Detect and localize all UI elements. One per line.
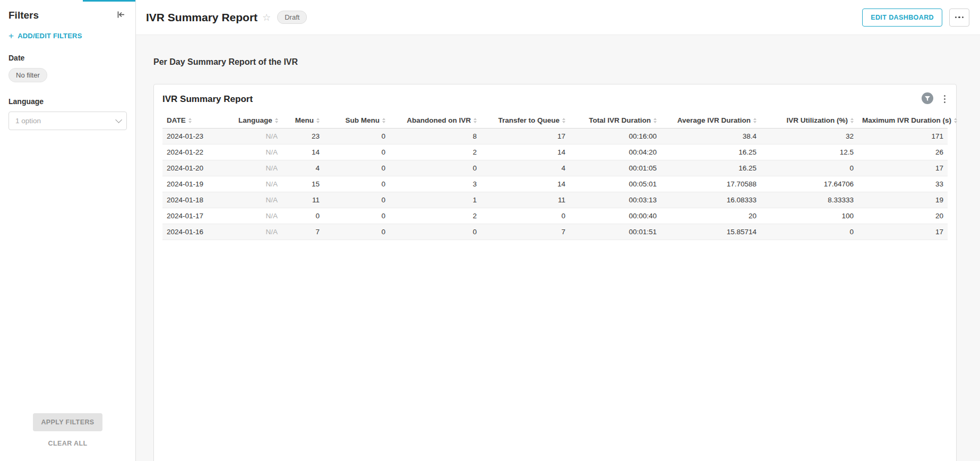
- table-cell: 14: [481, 176, 570, 192]
- more-options-button[interactable]: [949, 8, 969, 27]
- column-label: DATE: [167, 116, 186, 124]
- table-cell: N/A: [234, 160, 282, 176]
- column-label: IVR Utilization (%): [787, 116, 848, 124]
- applied-filters-button[interactable]: [922, 92, 933, 106]
- column-header-language[interactable]: Language: [234, 113, 282, 129]
- chart-menu-button[interactable]: [942, 93, 948, 105]
- table-cell: 33: [858, 176, 948, 192]
- column-label: Sub Menu: [346, 116, 380, 124]
- column-header-total-ivr-duration[interactable]: Total IVR Duration: [570, 113, 661, 129]
- filters-title: Filters: [8, 10, 39, 21]
- ivr-summary-table: DATELanguageMenuSub MenuAbandoned on IVR…: [162, 113, 948, 240]
- sort-carets-icon: [753, 118, 757, 123]
- table-cell: 14: [282, 144, 324, 160]
- table-cell: 2024-01-19: [162, 176, 234, 192]
- language-select[interactable]: 1 option: [8, 112, 127, 130]
- sort-carets-icon: [474, 118, 477, 123]
- table-cell: 00:05:01: [570, 176, 661, 192]
- table-cell: 0: [390, 224, 481, 240]
- language-select-value: 1 option: [15, 117, 41, 125]
- favorite-star-icon[interactable]: ☆: [262, 13, 271, 22]
- column-header-abandoned-on-ivr[interactable]: Abandoned on IVR: [390, 113, 481, 129]
- table-cell: 0: [761, 224, 858, 240]
- table-cell: 0: [324, 224, 390, 240]
- table-cell: 17: [481, 129, 570, 144]
- table-row: 2024-01-19N/A15031400:05:0117.7058817.64…: [162, 176, 948, 192]
- column-header-ivr-utilization[interactable]: IVR Utilization (%): [761, 113, 858, 129]
- filters-footer: APPLY FILTERS CLEAR ALL: [0, 413, 135, 461]
- column-header-average-ivr-duration[interactable]: Average IVR Duration: [661, 113, 761, 129]
- table-cell: 32: [761, 129, 858, 144]
- column-label: Maximum IVR Duration (s): [862, 116, 951, 124]
- sort-carets-icon: [654, 118, 657, 123]
- table-cell: 17.64706: [761, 176, 858, 192]
- table-cell: 0: [324, 144, 390, 160]
- table-cell: N/A: [234, 144, 282, 160]
- collapse-filter-bar-button[interactable]: [115, 8, 127, 22]
- table-cell: 2: [390, 144, 481, 160]
- dashboard-body: Per Day Summary Report of the IVR IVR Su…: [136, 35, 980, 461]
- clear-all-button[interactable]: CLEAR ALL: [48, 440, 88, 447]
- table-cell: 0: [324, 208, 390, 224]
- table-cell: 26: [858, 144, 948, 160]
- column-label: Transfer to Queue: [498, 116, 560, 124]
- table-cell: 00:03:13: [570, 192, 661, 208]
- chart-card: IVR Summary Report: [153, 84, 957, 461]
- table-cell: 00:16:00: [570, 129, 661, 144]
- table-cell: 16.08333: [661, 192, 761, 208]
- table-cell: 171: [858, 129, 948, 144]
- apply-filters-button[interactable]: APPLY FILTERS: [33, 413, 102, 431]
- column-header-menu[interactable]: Menu: [282, 113, 324, 129]
- table-cell: 17.70588: [661, 176, 761, 192]
- add-edit-filters-button[interactable]: + ADD/EDIT FILTERS: [8, 32, 127, 40]
- table-cell: 2024-01-22: [162, 144, 234, 160]
- table-cell: 8: [390, 129, 481, 144]
- table-cell: 8.33333: [761, 192, 858, 208]
- plus-icon: +: [8, 32, 14, 39]
- table-header-row: DATELanguageMenuSub MenuAbandoned on IVR…: [162, 113, 948, 129]
- table-cell: 23: [282, 129, 324, 144]
- table-cell: 17: [858, 160, 948, 176]
- table-cell: 17: [858, 224, 948, 240]
- column-label: Language: [238, 116, 272, 124]
- language-filter-section: Language 1 option: [0, 97, 135, 130]
- sort-carets-icon: [850, 118, 854, 123]
- column-header-sub-menu[interactable]: Sub Menu: [324, 113, 390, 129]
- table-cell: 7: [282, 224, 324, 240]
- table-row: 2024-01-22N/A14021400:04:2016.2512.526: [162, 144, 948, 160]
- table-cell: 3: [390, 176, 481, 192]
- table-cell: N/A: [234, 224, 282, 240]
- sort-carets-icon: [275, 118, 278, 123]
- edit-dashboard-button[interactable]: EDIT DASHBOARD: [862, 8, 942, 27]
- table-cell: 20: [858, 208, 948, 224]
- table-cell: 2: [390, 208, 481, 224]
- table-cell: 14: [481, 144, 570, 160]
- table-cell: N/A: [234, 192, 282, 208]
- date-filter-chip[interactable]: No filter: [8, 68, 47, 82]
- table-cell: 15.85714: [661, 224, 761, 240]
- chart-title: IVR Summary Report: [162, 94, 253, 105]
- table-cell: 0: [390, 160, 481, 176]
- filters-header: Filters: [0, 0, 135, 28]
- table-cell: 7: [481, 224, 570, 240]
- table-row: 2024-01-20N/A400400:01:0516.25017: [162, 160, 948, 176]
- table-cell: 38.4: [661, 129, 761, 144]
- table-cell: N/A: [234, 129, 282, 144]
- column-header-maximum-ivr-duration-s[interactable]: Maximum IVR Duration (s): [858, 113, 948, 129]
- table-row: 2024-01-23N/A23081700:16:0038.432171: [162, 129, 948, 144]
- table-row: 2024-01-18N/A11011100:03:1316.083338.333…: [162, 192, 948, 208]
- table-cell: 20: [661, 208, 761, 224]
- table-cell: 4: [481, 160, 570, 176]
- column-label: Abandoned on IVR: [407, 116, 471, 124]
- table-cell: 00:00:40: [570, 208, 661, 224]
- table-cell: 1: [390, 192, 481, 208]
- table-cell: 0: [324, 160, 390, 176]
- table-row: 2024-01-16N/A700700:01:5115.85714017: [162, 224, 948, 240]
- filters-sidebar: Filters + ADD/EDIT FILTERS Date No filte…: [0, 0, 136, 461]
- column-header-date[interactable]: DATE: [162, 113, 234, 129]
- table-cell: N/A: [234, 208, 282, 224]
- chart-card-header: IVR Summary Report: [162, 92, 948, 106]
- ellipsis-vertical-icon: [944, 95, 945, 103]
- column-header-transfer-to-queue[interactable]: Transfer to Queue: [481, 113, 570, 129]
- sort-carets-icon: [382, 118, 385, 123]
